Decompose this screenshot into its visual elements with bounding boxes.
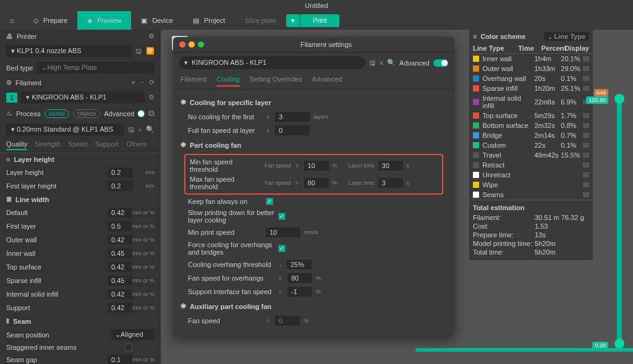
print-button[interactable]: Print — [300, 14, 339, 27]
compare-icon[interactable]: ⧉ — [148, 108, 155, 119]
tab-quality[interactable]: Quality — [6, 140, 27, 150]
seam-gap-input[interactable]: 0.1 — [108, 355, 132, 364]
fan-overhang-label: Fan speed for overhangs — [188, 274, 274, 282]
layer-vertical-slider[interactable] — [617, 98, 622, 345]
dialog-advanced-toggle[interactable] — [433, 59, 448, 67]
gear-icon[interactable]: ⚙ — [148, 32, 155, 40]
display-toggle[interactable] — [583, 163, 589, 167]
slice-plate-button[interactable]: Slice plate — [235, 14, 286, 27]
first-layer-height-label: First layer height — [6, 182, 108, 190]
bed-type-dropdown[interactable]: ⌄High Temp Plate — [36, 62, 155, 74]
min-fan-speed-input[interactable]: 10 — [304, 161, 329, 171]
save-process-icon[interactable]: 🖫 — [128, 126, 135, 133]
cooling-overhang-input[interactable]: 25% — [287, 260, 312, 269]
tab-support[interactable]: Support — [95, 140, 119, 150]
max-fan-threshold-label: Max fan speed threshold — [190, 176, 261, 190]
home-button[interactable]: ⌂ — [0, 17, 23, 24]
seam-position-dropdown[interactable]: ⌄Aligned — [111, 329, 155, 340]
filament-preset-dropdown[interactable]: ▾KINGROON ABS - KLP1 — [179, 56, 365, 69]
color-scheme-dropdown[interactable]: ⌄ Line Type — [544, 32, 589, 41]
aux-fan-speed-input[interactable]: 0 — [275, 316, 300, 326]
min-layer-time-input[interactable]: 30 — [378, 161, 403, 171]
display-toggle[interactable] — [583, 123, 589, 128]
display-toggle[interactable] — [583, 76, 589, 81]
lw-input[interactable]: 0.42 — [108, 303, 132, 313]
horizontal-moves-slider[interactable]: 1 — [415, 348, 633, 352]
lw-input[interactable]: 0.45 — [108, 248, 132, 258]
max-fan-speed-input[interactable]: 80 — [304, 178, 329, 188]
staggered-seams-label: Staggered inner seams — [6, 344, 125, 351]
display-toggle[interactable] — [583, 172, 589, 177]
save-icon[interactable]: 🖫 — [369, 59, 376, 67]
tab-speed[interactable]: Speed — [68, 140, 88, 150]
lw-input[interactable]: 0.5 — [108, 221, 132, 231]
display-toggle[interactable] — [583, 56, 589, 61]
add-filament-icon[interactable]: + — [131, 78, 135, 87]
tab-others[interactable]: Others — [126, 140, 147, 150]
minimize-icon[interactable] — [189, 41, 195, 48]
search-process-icon[interactable]: 🔍 — [146, 125, 155, 133]
tab-device[interactable]: ▣Device — [131, 11, 183, 30]
max-layer-time-input[interactable]: 3 — [378, 178, 403, 188]
staggered-seams-checkbox[interactable] — [125, 344, 132, 351]
global-chip[interactable]: Global — [45, 109, 69, 118]
lw-input[interactable]: 0.42 — [108, 208, 132, 218]
lw-input[interactable]: 0.42 — [108, 289, 132, 299]
display-toggle[interactable] — [583, 182, 589, 187]
line-type-name: Outer wall — [483, 65, 535, 72]
color-scheme-panel: ≡Color scheme ⌄ Line Type Line Type Time… — [469, 30, 593, 260]
layer-height-input[interactable]: 0.2 — [108, 167, 132, 177]
delete-icon[interactable]: × — [380, 59, 383, 67]
printer-preset-dropdown[interactable]: ▾ KLP1 0.4 nozzle ABS — [6, 45, 132, 57]
save-icon[interactable]: 🖫 — [135, 48, 142, 55]
wifi-icon[interactable]: 🛜 — [146, 47, 155, 55]
objects-chip[interactable]: Objects — [73, 109, 101, 118]
display-toggle[interactable] — [583, 133, 589, 138]
tab-project[interactable]: ▤Project — [183, 11, 235, 30]
advanced-label: Advanced — [104, 110, 134, 117]
dialog-title: Filament settings — [204, 41, 448, 48]
display-toggle[interactable] — [583, 86, 589, 91]
dlg-tab-filament[interactable]: Filament — [181, 75, 206, 87]
process-preset-dropdown[interactable]: ▾ 0.20mm Standard @ KLP1 ABS — [6, 124, 124, 135]
dlg-tab-cooling[interactable]: Cooling — [216, 75, 239, 87]
keep-fan-on-checkbox[interactable]: ✓ — [266, 198, 273, 205]
vslider-top-height: 129.80 — [586, 96, 608, 104]
dlg-tab-advanced[interactable]: Advanced — [312, 75, 342, 87]
line-type-time: 1h33m — [534, 65, 561, 72]
force-cooling-checkbox[interactable]: ✓ — [278, 245, 286, 252]
search-icon[interactable]: 🔍 — [387, 59, 396, 67]
fan-overhang-input[interactable]: 80 — [287, 273, 312, 283]
display-toggle[interactable] — [583, 143, 589, 148]
sync-icon[interactable]: ⟳ — [149, 78, 155, 87]
support-interface-fan-input[interactable]: -1 — [287, 287, 312, 297]
tab-strength[interactable]: Strength — [35, 140, 61, 150]
vslider-thumb-top[interactable] — [614, 94, 624, 104]
min-print-speed-input[interactable]: 10 — [266, 227, 300, 237]
edit-filament-icon[interactable]: ⚙ — [148, 93, 155, 101]
first-layer-height-input[interactable]: 0.2 — [108, 181, 132, 191]
maximize-icon[interactable] — [198, 41, 204, 48]
tab-prepare[interactable]: ◇Prepare — [23, 11, 77, 30]
advanced-toggle[interactable] — [138, 110, 145, 117]
vslider-thumb-bottom[interactable] — [614, 339, 624, 349]
dlg-tab-overrides[interactable]: Setting Overrides — [250, 75, 302, 87]
lw-input[interactable]: 0.42 — [108, 262, 132, 272]
display-toggle[interactable] — [583, 153, 589, 158]
tab-preview[interactable]: ◈Preview — [77, 11, 131, 30]
display-toggle[interactable] — [583, 192, 589, 197]
print-menu-caret[interactable]: ▾ — [286, 14, 300, 27]
display-toggle[interactable] — [583, 66, 589, 71]
filament-slot-badge[interactable]: 1 — [6, 93, 17, 103]
est-value: 1.53 — [535, 222, 548, 230]
full-fan-input[interactable]: 0 — [275, 125, 310, 135]
no-cooling-input[interactable]: 3 — [275, 112, 310, 122]
display-toggle[interactable] — [583, 113, 589, 118]
filament-dropdown[interactable]: ▾ KINGROON ABS - KLP1 — [21, 91, 145, 103]
close-icon[interactable] — [179, 41, 185, 48]
remove-filament-icon[interactable]: − — [140, 78, 144, 87]
slow-print-checkbox[interactable]: ✓ — [278, 213, 286, 220]
lw-input[interactable]: 0.45 — [108, 276, 132, 286]
delete-process-icon[interactable]: × — [138, 126, 142, 133]
lw-input[interactable]: 0.42 — [108, 235, 132, 245]
